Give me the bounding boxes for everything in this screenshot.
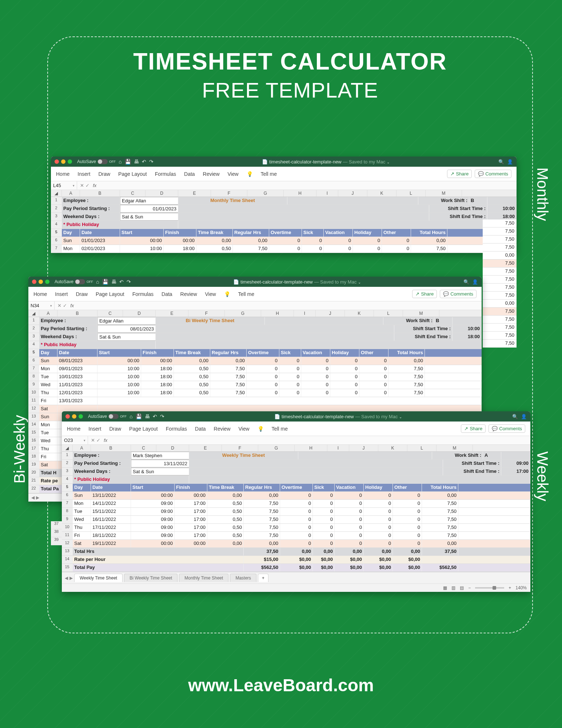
col-header-C[interactable]: C bbox=[97, 310, 123, 317]
comments-button[interactable]: 💬 Comments bbox=[440, 290, 477, 298]
ribbon-tab-view[interactable]: View bbox=[228, 171, 239, 177]
col-header-B[interactable]: B bbox=[80, 190, 120, 197]
account-icon[interactable]: 👤 bbox=[521, 414, 527, 419]
col-header-M[interactable]: M bbox=[403, 310, 439, 317]
col-header-H[interactable]: H bbox=[261, 310, 294, 317]
redo-icon[interactable]: ↷ bbox=[160, 414, 164, 419]
col-header-E[interactable]: E bbox=[189, 445, 222, 451]
col-header-M[interactable]: M bbox=[437, 445, 473, 451]
tell-me[interactable]: Tell me bbox=[261, 171, 277, 177]
ribbon-tab-review[interactable]: Review bbox=[180, 291, 197, 297]
tell-me[interactable]: Tell me bbox=[272, 426, 288, 432]
ribbon-tab-review[interactable]: Review bbox=[203, 171, 220, 177]
col-header-K[interactable]: K bbox=[345, 310, 374, 317]
col-header-J[interactable]: J bbox=[338, 190, 367, 197]
maximize-window-icon[interactable] bbox=[79, 414, 83, 419]
save-icon[interactable]: 💾 bbox=[125, 159, 131, 165]
sheet-nav-prev[interactable]: ◀ bbox=[65, 575, 68, 581]
col-header-I[interactable]: I bbox=[327, 445, 349, 451]
redo-icon[interactable]: ↷ bbox=[149, 159, 154, 165]
ribbon-tab-review[interactable]: Review bbox=[214, 426, 231, 432]
ribbon-tab-home[interactable]: Home bbox=[67, 426, 80, 432]
col-header-C[interactable]: C bbox=[131, 445, 156, 451]
col-header-L[interactable]: L bbox=[374, 310, 403, 317]
redo-icon[interactable]: ↷ bbox=[127, 279, 131, 285]
sheet-tab-weekly-time-sheet[interactable]: Weekly Time Sheet bbox=[74, 574, 123, 582]
col-header-H[interactable]: H bbox=[284, 190, 316, 197]
minimize-window-icon[interactable] bbox=[39, 280, 43, 284]
tellme-icon[interactable]: 💡 bbox=[247, 171, 253, 177]
undo-icon[interactable]: ↶ bbox=[153, 414, 157, 419]
col-header-M[interactable]: M bbox=[426, 190, 462, 197]
cancel-icon[interactable]: ✕ bbox=[80, 183, 84, 188]
ribbon-tab-page-layout[interactable]: Page Layout bbox=[96, 291, 124, 297]
col-header-F[interactable]: F bbox=[222, 445, 258, 451]
view-break-icon[interactable]: ▤ bbox=[460, 585, 464, 590]
add-sheet-button[interactable]: + bbox=[258, 574, 268, 582]
tell-me[interactable]: Tell me bbox=[238, 291, 254, 297]
confirm-icon[interactable]: ✓ bbox=[85, 183, 89, 188]
close-window-icon[interactable] bbox=[65, 414, 70, 419]
ribbon-tab-page-layout[interactable]: Page Layout bbox=[118, 171, 147, 177]
col-header-E[interactable]: E bbox=[178, 190, 211, 197]
ribbon-tab-formulas[interactable]: Formulas bbox=[155, 171, 176, 177]
col-header-E[interactable]: E bbox=[156, 310, 188, 317]
ribbon-tab-insert[interactable]: Insert bbox=[77, 171, 90, 177]
minimize-window-icon[interactable] bbox=[61, 159, 65, 164]
ribbon-tab-data[interactable]: Data bbox=[184, 171, 195, 177]
sheet-tab-monthly-time-sheet[interactable]: Monthly Time Sheet bbox=[179, 574, 228, 582]
ribbon-tab-home[interactable]: Home bbox=[56, 171, 69, 177]
undo-icon[interactable]: ↶ bbox=[142, 159, 146, 165]
col-header-G[interactable]: G bbox=[247, 190, 284, 197]
select-all-corner[interactable]: ◢ bbox=[51, 190, 62, 197]
ribbon-tab-draw[interactable]: Draw bbox=[76, 291, 88, 297]
col-header-A[interactable]: A bbox=[73, 445, 91, 451]
share-button[interactable]: ↗ Share bbox=[447, 170, 472, 178]
col-header-A[interactable]: A bbox=[39, 310, 57, 317]
ribbon-tab-data[interactable]: Data bbox=[162, 291, 172, 297]
search-icon[interactable]: 🔍 bbox=[512, 414, 518, 419]
col-header-J[interactable]: J bbox=[316, 310, 345, 317]
share-button[interactable]: ↗ Share bbox=[461, 424, 486, 433]
ribbon-tab-view[interactable]: View bbox=[205, 291, 216, 297]
col-header-K[interactable]: K bbox=[378, 445, 407, 451]
cancel-icon[interactable]: ✕ bbox=[91, 438, 95, 443]
ribbon-tab-page-layout[interactable]: Page Layout bbox=[129, 426, 158, 432]
col-header-F[interactable]: F bbox=[211, 190, 247, 197]
confirm-icon[interactable]: ✓ bbox=[96, 438, 100, 443]
autosave-toggle[interactable]: AutoSave OFF bbox=[55, 279, 93, 284]
ribbon-tab-insert[interactable]: Insert bbox=[55, 291, 68, 297]
col-header-G[interactable]: G bbox=[225, 310, 261, 317]
comments-button[interactable]: 💬 Comments bbox=[489, 424, 525, 433]
zoom-slider[interactable] bbox=[475, 587, 504, 589]
col-header-K[interactable]: K bbox=[367, 190, 396, 197]
minimize-window-icon[interactable] bbox=[72, 414, 76, 419]
ribbon-tab-data[interactable]: Data bbox=[195, 426, 206, 432]
close-window-icon[interactable] bbox=[55, 159, 59, 164]
col-header-I[interactable]: I bbox=[316, 190, 338, 197]
cancel-icon[interactable]: ✕ bbox=[57, 303, 61, 308]
print-icon[interactable]: 🖶 bbox=[145, 414, 150, 419]
col-header-D[interactable]: D bbox=[123, 310, 156, 317]
select-all-corner[interactable]: ◢ bbox=[28, 310, 39, 317]
col-header-L[interactable]: L bbox=[407, 445, 437, 451]
tellme-icon[interactable]: 💡 bbox=[258, 426, 264, 432]
save-icon[interactable]: 💾 bbox=[136, 414, 142, 419]
name-box[interactable]: N34▾ bbox=[28, 301, 55, 310]
close-window-icon[interactable] bbox=[32, 280, 36, 284]
col-header-H[interactable]: H bbox=[295, 445, 327, 451]
col-header-C[interactable]: C bbox=[120, 190, 146, 197]
col-header-I[interactable]: I bbox=[294, 310, 316, 317]
print-icon[interactable]: 🖶 bbox=[134, 159, 139, 165]
col-header-D[interactable]: D bbox=[146, 190, 178, 197]
confirm-icon[interactable]: ✓ bbox=[63, 303, 67, 308]
col-header-B[interactable]: B bbox=[57, 310, 97, 317]
name-box[interactable]: O23▾ bbox=[62, 436, 88, 444]
ribbon-tab-formulas[interactable]: Formulas bbox=[132, 291, 154, 297]
col-header-G[interactable]: G bbox=[258, 445, 295, 451]
col-header-L[interactable]: L bbox=[396, 190, 426, 197]
sheet-tab-bi-weekly-time-sheet[interactable]: Bi Weekly Time Sheet bbox=[124, 574, 178, 582]
ribbon-tab-insert[interactable]: Insert bbox=[88, 426, 101, 432]
account-icon[interactable]: 👤 bbox=[507, 159, 513, 165]
zoom-in[interactable]: + bbox=[509, 585, 511, 590]
